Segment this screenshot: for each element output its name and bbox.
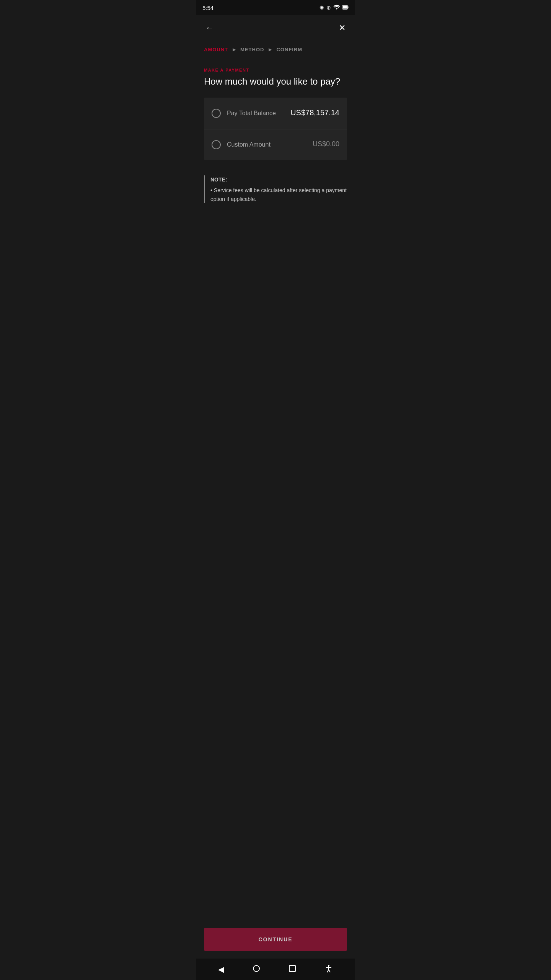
- total-balance-label: Pay Total Balance: [227, 110, 276, 117]
- status-bar: 5:54 ✺ ⊕: [196, 0, 355, 15]
- custom-amount-value: US$0.00: [313, 140, 339, 149]
- battery-icon: [342, 5, 349, 11]
- nav-accessibility-button[interactable]: [320, 963, 337, 976]
- step-arrow-2: ▶: [269, 47, 272, 52]
- pay-total-balance-option[interactable]: Pay Total Balance US$78,157.14: [204, 98, 347, 129]
- header: ← ✕: [196, 15, 355, 41]
- nav-home-button[interactable]: [248, 963, 265, 976]
- step-arrow-1: ▶: [233, 47, 236, 52]
- steps-navigation: AMOUNT ▶ METHOD ▶ CONFIRM: [196, 41, 355, 62]
- svg-rect-4: [289, 965, 295, 972]
- note-bar: [204, 175, 205, 203]
- continue-button[interactable]: CONTINUE: [204, 928, 347, 951]
- at-icon: ⊕: [326, 5, 331, 11]
- option-left-custom: Custom Amount: [212, 140, 271, 149]
- section-title: How much would you like to pay?: [204, 76, 347, 87]
- main-content: MAKE A PAYMENT How much would you like t…: [196, 62, 355, 922]
- step-amount[interactable]: AMOUNT: [204, 47, 228, 52]
- back-button[interactable]: ←: [204, 21, 215, 34]
- note-section: NOTE: • Service fees will be calculated …: [204, 169, 347, 209]
- note-text: NOTE: • Service fees will be calculated …: [210, 175, 347, 203]
- nav-recent-button[interactable]: [284, 964, 300, 975]
- nav-back-button[interactable]: ◀: [214, 963, 228, 975]
- step-confirm: CONFIRM: [276, 47, 302, 52]
- svg-line-9: [329, 970, 330, 972]
- payment-options-card: Pay Total Balance US$78,157.14 Custom Am…: [204, 98, 347, 160]
- section-label: MAKE A PAYMENT: [204, 68, 347, 72]
- note-title: NOTE:: [210, 175, 347, 184]
- wifi-icon: [333, 5, 340, 11]
- status-icons: ✺ ⊕: [320, 5, 349, 11]
- svg-line-8: [327, 970, 329, 972]
- radio-custom-amount[interactable]: [212, 140, 221, 149]
- svg-rect-1: [348, 7, 349, 8]
- radio-total-balance[interactable]: [212, 109, 221, 118]
- option-left-total: Pay Total Balance: [212, 109, 276, 118]
- svg-point-3: [253, 965, 259, 972]
- status-time: 5:54: [202, 5, 214, 11]
- close-button[interactable]: ✕: [337, 21, 347, 34]
- bottom-navigation: ◀: [196, 959, 355, 980]
- note-body: • Service fees will be calculated after …: [210, 187, 347, 202]
- total-balance-amount: US$78,157.14: [290, 108, 339, 118]
- custom-amount-label: Custom Amount: [227, 141, 271, 148]
- svg-point-5: [328, 965, 329, 966]
- svg-rect-2: [343, 6, 347, 9]
- step-method: METHOD: [240, 47, 264, 52]
- custom-amount-option[interactable]: Custom Amount US$0.00: [204, 129, 347, 160]
- settings-icon: ✺: [320, 5, 324, 11]
- continue-button-container: CONTINUE: [196, 922, 355, 959]
